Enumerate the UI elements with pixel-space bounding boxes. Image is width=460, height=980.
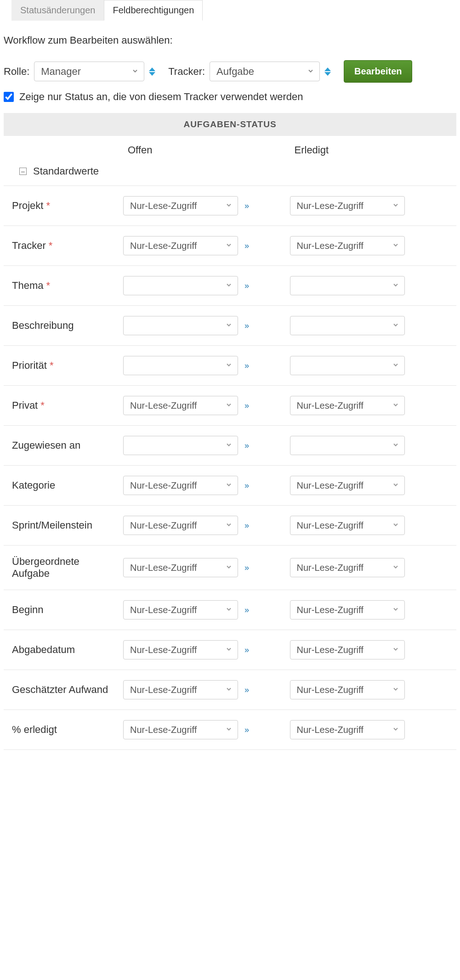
required-indicator: *: [49, 240, 53, 251]
copy-right-icon[interactable]: »: [243, 563, 251, 573]
field-row: Privat * Nur-Lese-Zugriff » Nur-Lese-Zug…: [4, 386, 456, 426]
field-row: Priorität * »: [4, 346, 456, 386]
permission-select[interactable]: Nur-Lese-Zugriff: [123, 516, 238, 535]
field-label: Beginn: [4, 604, 123, 616]
copy-right-icon[interactable]: »: [243, 521, 251, 530]
copy-right-icon[interactable]: »: [243, 481, 251, 490]
field-row: Projekt * Nur-Lese-Zugriff » Nur-Lese-Zu…: [4, 186, 456, 226]
collapse-icon[interactable]: –: [19, 168, 27, 175]
only-used-statuses-checkbox[interactable]: [4, 92, 14, 102]
permission-select[interactable]: Nur-Lese-Zugriff: [123, 558, 238, 577]
instruction-text: Workflow zum Bearbeiten auswählen:: [4, 34, 456, 46]
permission-select[interactable]: Nur-Lese-Zugriff: [290, 196, 405, 215]
permission-select[interactable]: [123, 316, 238, 335]
permission-select[interactable]: Nur-Lese-Zugriff: [123, 236, 238, 255]
permission-select[interactable]: [123, 276, 238, 295]
column-open: Offen: [123, 144, 290, 156]
tracker-select[interactable]: Aufgabe: [210, 62, 320, 81]
copy-right-icon[interactable]: »: [243, 725, 251, 735]
tracker-label: Tracker:: [168, 66, 205, 78]
field-row: Abgabedatum Nur-Lese-Zugriff » Nur-Lese-…: [4, 630, 456, 670]
copy-right-icon[interactable]: »: [243, 441, 251, 451]
field-row: Geschätzter Aufwand Nur-Lese-Zugriff » N…: [4, 670, 456, 710]
field-label: Thema *: [4, 280, 123, 292]
permission-select[interactable]: Nur-Lese-Zugriff: [123, 600, 238, 620]
field-row: Beginn Nur-Lese-Zugriff » Nur-Lese-Zugri…: [4, 590, 456, 630]
tab-status-changes[interactable]: Statusänderungen: [11, 0, 104, 21]
required-indicator: *: [50, 360, 54, 371]
permission-select[interactable]: [290, 316, 405, 335]
tab-field-permissions[interactable]: Feldberechtigungen: [104, 0, 203, 21]
only-used-statuses-label: Zeige nur Status an, die von diesem Trac…: [19, 91, 303, 103]
permission-select[interactable]: Nur-Lese-Zugriff: [290, 236, 405, 255]
permission-select[interactable]: Nur-Lese-Zugriff: [290, 516, 405, 535]
permission-select[interactable]: [290, 276, 405, 295]
permission-select[interactable]: Nur-Lese-Zugriff: [290, 680, 405, 699]
role-label: Rolle:: [4, 66, 29, 78]
copy-right-icon[interactable]: »: [243, 605, 251, 615]
field-label: Sprint/Meilenstein: [4, 519, 123, 531]
required-indicator: *: [46, 200, 51, 211]
permission-select[interactable]: Nur-Lese-Zugriff: [123, 640, 238, 659]
field-label: % erledigt: [4, 724, 123, 736]
permission-select[interactable]: Nur-Lese-Zugriff: [123, 396, 238, 415]
field-label: Projekt *: [4, 200, 123, 212]
edit-button[interactable]: Bearbeiten: [344, 60, 412, 83]
status-header: AUFGABEN-STATUS: [4, 113, 456, 136]
permission-select[interactable]: Nur-Lese-Zugriff: [290, 600, 405, 620]
field-label: Beschreibung: [4, 320, 123, 332]
field-label: Kategorie: [4, 479, 123, 491]
permission-select[interactable]: [290, 356, 405, 375]
permission-select[interactable]: [123, 436, 238, 455]
required-indicator: *: [46, 280, 51, 291]
copy-right-icon[interactable]: »: [243, 201, 251, 211]
permission-select[interactable]: Nur-Lese-Zugriff: [123, 680, 238, 699]
field-row: Beschreibung »: [4, 306, 456, 346]
copy-right-icon[interactable]: »: [243, 401, 251, 411]
permission-select[interactable]: [123, 356, 238, 375]
required-indicator: *: [40, 400, 45, 411]
copy-right-icon[interactable]: »: [243, 685, 251, 695]
field-label: Abgabedatum: [4, 644, 123, 656]
field-row: Übergeordnete Aufgabe Nur-Lese-Zugriff »…: [4, 546, 456, 590]
permission-select[interactable]: Nur-Lese-Zugriff: [290, 720, 405, 739]
field-row: Zugewiesen an »: [4, 426, 456, 466]
field-label: Übergeordnete Aufgabe: [4, 556, 123, 580]
permission-select[interactable]: Nur-Lese-Zugriff: [290, 558, 405, 577]
role-select[interactable]: Manager: [34, 62, 144, 81]
permission-select[interactable]: [290, 436, 405, 455]
column-done: Erledigt: [290, 144, 457, 156]
permission-select[interactable]: Nur-Lese-Zugriff: [123, 476, 238, 495]
permission-select[interactable]: Nur-Lese-Zugriff: [290, 476, 405, 495]
permission-select[interactable]: Nur-Lese-Zugriff: [290, 396, 405, 415]
field-row: Thema * »: [4, 266, 456, 306]
permission-select[interactable]: Nur-Lese-Zugriff: [290, 640, 405, 659]
sort-icon[interactable]: [149, 68, 155, 76]
copy-right-icon[interactable]: »: [243, 361, 251, 371]
field-row: Sprint/Meilenstein Nur-Lese-Zugriff » Nu…: [4, 506, 456, 546]
copy-right-icon[interactable]: »: [243, 645, 251, 655]
field-label: Priorität *: [4, 360, 123, 372]
permission-select[interactable]: Nur-Lese-Zugriff: [123, 196, 238, 215]
permission-select[interactable]: Nur-Lese-Zugriff: [123, 720, 238, 739]
field-label: Geschätzter Aufwand: [4, 684, 123, 696]
copy-right-icon[interactable]: »: [243, 241, 251, 251]
copy-right-icon[interactable]: »: [243, 281, 251, 291]
field-label: Privat *: [4, 400, 123, 411]
field-row: Tracker * Nur-Lese-Zugriff » Nur-Lese-Zu…: [4, 226, 456, 266]
field-label: Zugewiesen an: [4, 439, 123, 451]
field-row: % erledigt Nur-Lese-Zugriff » Nur-Lese-Z…: [4, 710, 456, 750]
group-standard-values: Standardwerte: [33, 165, 99, 177]
field-label: Tracker *: [4, 240, 123, 252]
field-row: Kategorie Nur-Lese-Zugriff » Nur-Lese-Zu…: [4, 466, 456, 506]
copy-right-icon[interactable]: »: [243, 321, 251, 331]
sort-icon[interactable]: [324, 68, 331, 76]
